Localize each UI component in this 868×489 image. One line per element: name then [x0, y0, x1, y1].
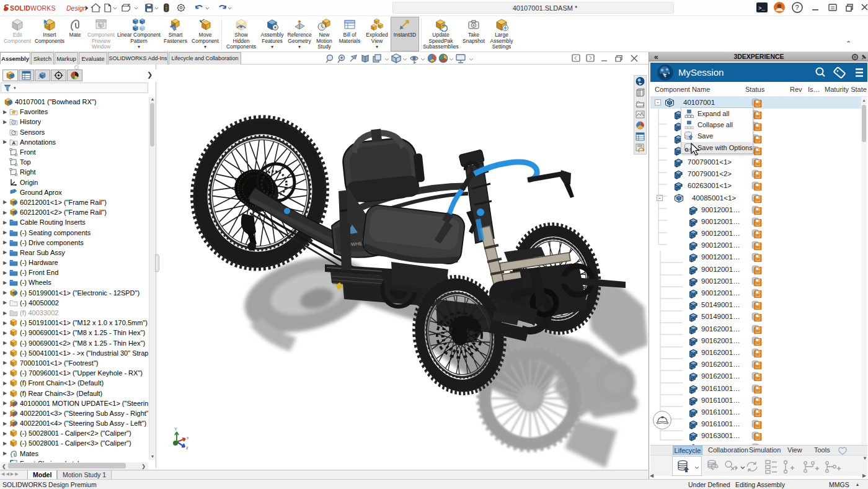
svg-text:Y: Y: [174, 427, 177, 431]
svg-text:z: z: [186, 446, 188, 450]
svg-text:A: A: [12, 140, 16, 146]
svg-text:>_: >_: [758, 6, 765, 12]
svg-text:x: x: [187, 436, 189, 440]
svg-text:?: ?: [795, 4, 799, 11]
